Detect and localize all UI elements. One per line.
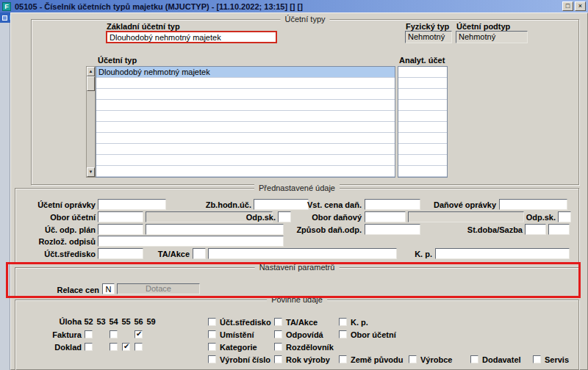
- dodavatel-checkbox[interactable]: [470, 355, 478, 363]
- uloha-col-55: 55: [121, 317, 132, 326]
- relace-cen-input[interactable]: [102, 283, 115, 294]
- vyrobni-cislo-checkbox[interactable]: [208, 355, 216, 363]
- analyt-cell[interactable]: [398, 67, 447, 78]
- section-legend-nastaveni: Nastavení parametrů: [255, 263, 340, 272]
- danove-opravky-input[interactable]: [499, 199, 567, 210]
- grid-header-analyt-ucet: Analyt. účet: [399, 56, 445, 65]
- analyt-cell[interactable]: [398, 166, 447, 177]
- uc-odp-plan-name-input[interactable]: [146, 224, 284, 235]
- rok-vyroby-checkbox[interactable]: [274, 355, 282, 363]
- grid-header-ucetni-typ: Účetní typ: [98, 56, 137, 65]
- analyt-cell[interactable]: [398, 133, 447, 144]
- vyrobni-cislo-checkbox-label: Výrobní číslo: [220, 355, 270, 364]
- umisteni-checkbox[interactable]: [208, 330, 216, 338]
- obor-ucetni-label: Obor účetní: [26, 213, 96, 222]
- rozloz-odpisu-input[interactable]: [98, 236, 284, 247]
- ta-akce-checkbox-label: TA/Akce: [286, 318, 318, 327]
- obor-danovy-input[interactable]: [365, 211, 406, 222]
- scroll-down-icon[interactable]: ▼: [87, 167, 95, 177]
- faktura-52-checkbox[interactable]: [85, 330, 93, 338]
- zakladni-ucetni-typ-label: Základní účetní typ: [107, 22, 180, 31]
- analyt-cell[interactable]: [398, 78, 447, 89]
- uloha-label: Úloha: [43, 317, 82, 326]
- faktura-label: Faktura: [43, 330, 82, 339]
- odp-sk2-input[interactable]: [558, 211, 571, 222]
- uc-odp-plan-label: Úč. odp. plán: [26, 225, 96, 234]
- vst-cena-dan-input[interactable]: [365, 199, 420, 210]
- k-p-checkbox[interactable]: [339, 318, 347, 326]
- fyzicky-typ-field[interactable]: Nehmotný: [405, 31, 452, 43]
- analyt-cell[interactable]: [398, 100, 447, 111]
- faktura-56-checkbox[interactable]: [135, 330, 143, 338]
- uct-stredisko-checkbox[interactable]: [208, 318, 216, 326]
- doklad-54-checkbox[interactable]: [110, 343, 118, 351]
- ta-akce-input[interactable]: [193, 248, 206, 259]
- zakladni-ucetni-typ-input[interactable]: [106, 31, 277, 43]
- odpovida-checkbox[interactable]: [274, 330, 282, 338]
- kategorie-checkbox-label: Kategorie: [220, 343, 257, 352]
- analyt-cell[interactable]: [398, 155, 447, 166]
- grid-row[interactable]: [96, 78, 395, 89]
- grid-row[interactable]: [96, 89, 395, 100]
- grid-row[interactable]: [96, 144, 395, 155]
- grid-scrollbar[interactable]: ▲ ▼: [86, 66, 96, 178]
- doklad-55-checkbox[interactable]: [122, 343, 130, 351]
- sazba-input[interactable]: [548, 224, 570, 235]
- obor-ucetni-input[interactable]: [98, 211, 143, 222]
- odp-sk-input[interactable]: [278, 211, 291, 222]
- analyt-cell[interactable]: [398, 122, 447, 133]
- uloha-col-53: 53: [96, 317, 107, 326]
- umisteni-checkbox-label: Umístění: [220, 330, 254, 339]
- analyt-cell[interactable]: [398, 144, 447, 155]
- doklad-56-checkbox[interactable]: [135, 343, 143, 351]
- odpovida-checkbox-label: Odpovídá: [286, 330, 323, 339]
- grid-row[interactable]: [96, 155, 395, 166]
- ucetni-podtyp-label: Účetní podtyp: [456, 22, 510, 31]
- grid-row[interactable]: [96, 100, 395, 111]
- ucetni-podtyp-field[interactable]: Nehmotný: [456, 31, 528, 43]
- servis-checkbox[interactable]: [533, 355, 541, 363]
- zb-hodn-uc-input[interactable]: [254, 199, 309, 210]
- grid-row[interactable]: [96, 111, 395, 122]
- scrollbar-thumb[interactable]: [87, 76, 95, 91]
- vyrobce-checkbox-label: Výrobce: [420, 355, 452, 364]
- uct-stredisko-input[interactable]: [98, 248, 143, 259]
- relace-cen-label: Relace cen: [43, 286, 99, 294]
- ta-akce-label: TA/Akce: [149, 250, 190, 258]
- section-legend-povinne: Povinné údaje: [267, 295, 327, 304]
- ta-akce-checkbox[interactable]: [274, 318, 282, 326]
- vyrobce-checkbox[interactable]: [409, 355, 417, 363]
- ta-akce-name-input[interactable]: [208, 248, 397, 259]
- zpusob-dan-odp-input[interactable]: [365, 224, 420, 235]
- rozdelovnik-checkbox[interactable]: [274, 343, 282, 351]
- obor-ucetni-checkbox[interactable]: [339, 330, 347, 338]
- obor-danovy-name-field: [408, 211, 524, 222]
- obor-danovy-label: Obor daňový: [304, 213, 362, 222]
- scroll-up-icon[interactable]: ▲: [87, 67, 95, 76]
- title-bar: F 05105 - Číselník účetních typů majetku…: [0, 0, 588, 12]
- faktura-54-checkbox[interactable]: [110, 330, 118, 338]
- rozdelovnik-checkbox-label: Rozdělovník: [286, 343, 334, 352]
- analyt-cell[interactable]: [398, 89, 447, 100]
- analyt-ucet-column: [398, 66, 448, 178]
- ucetni-opravky-input[interactable]: [98, 199, 166, 210]
- grid-row[interactable]: [96, 166, 395, 177]
- restore-window-icon[interactable]: □: [562, 1, 573, 11]
- grid-row[interactable]: [96, 133, 395, 144]
- st-doba-input[interactable]: [525, 224, 546, 235]
- close-window-icon[interactable]: ×: [575, 1, 586, 11]
- vst-cena-dan-label: Vst. cena daň.: [304, 200, 362, 209]
- analyt-cell[interactable]: [398, 111, 447, 122]
- k-p-input[interactable]: [435, 248, 570, 259]
- zeme-puvodu-checkbox[interactable]: [339, 355, 347, 363]
- odp-sk-label: Odp.sk.: [241, 213, 276, 222]
- grid-row[interactable]: Dlouhodobý nehmotný majetek: [96, 67, 395, 78]
- uloha-col-54: 54: [108, 317, 119, 326]
- uloha-col-52: 52: [83, 317, 94, 326]
- grid-row[interactable]: [96, 122, 395, 133]
- dotace-field: Dotace: [117, 283, 200, 294]
- kategorie-checkbox[interactable]: [208, 343, 216, 351]
- window-title: 05105 - Číselník účetních typů majetku (…: [15, 2, 303, 11]
- doklad-52-checkbox[interactable]: [85, 343, 93, 351]
- uc-odp-plan-input[interactable]: [98, 224, 143, 235]
